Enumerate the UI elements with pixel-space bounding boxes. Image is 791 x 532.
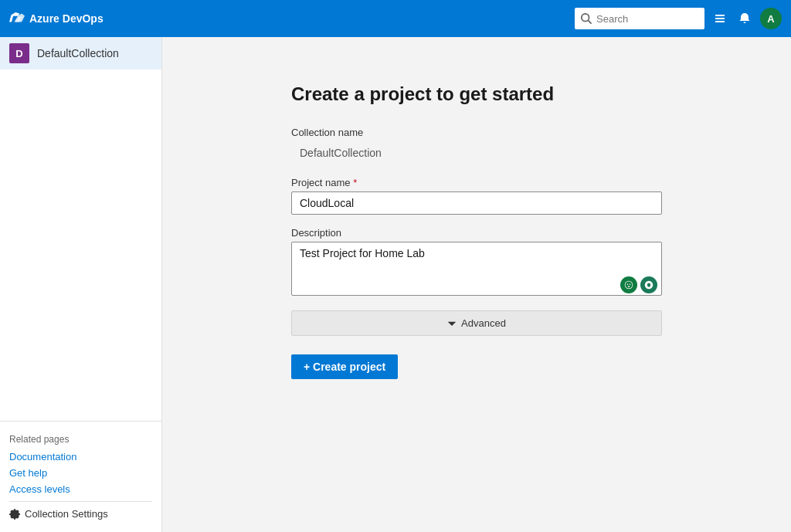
page-heading: Create a project to get started	[291, 83, 662, 105]
collection-name-label: Collection name	[291, 127, 662, 138]
app-header: Azure DevOps A	[0, 0, 791, 37]
description-textarea[interactable]: Test Project for Home Lab	[291, 242, 662, 296]
description-label: Description	[291, 227, 662, 239]
notifications-button[interactable]	[735, 9, 754, 28]
at-icon	[644, 280, 654, 290]
emoji-icon-1[interactable]	[620, 276, 637, 293]
sidebar-bottom: Related pages Documentation Get help Acc…	[0, 421, 161, 532]
advanced-label: Advanced	[461, 317, 506, 329]
main-content: Create a project to get started Collecti…	[162, 37, 791, 532]
collection-settings-item[interactable]: Collection Settings	[9, 501, 152, 520]
chevron-down-icon	[447, 319, 457, 328]
smiley-icon	[624, 280, 633, 290]
search-input[interactable]	[596, 13, 698, 25]
user-avatar[interactable]: A	[760, 8, 782, 29]
textarea-icons	[620, 276, 657, 293]
emoji-icon-2[interactable]	[640, 276, 657, 293]
collection-settings-label: Collection Settings	[25, 508, 108, 520]
create-project-button[interactable]: + Create project	[291, 354, 398, 379]
create-project-form: Create a project to get started Collecti…	[291, 83, 662, 379]
access-levels-link[interactable]: Access levels	[9, 483, 152, 495]
collection-name-group: Collection name DefaultCollection	[291, 127, 662, 164]
description-group: Description Test Project for Home Lab	[291, 227, 662, 298]
collection-name-readonly: DefaultCollection	[291, 141, 662, 164]
advanced-bar[interactable]: Advanced	[291, 310, 662, 336]
gear-icon	[9, 509, 20, 520]
bell-icon	[738, 12, 751, 25]
azure-devops-logo-icon	[9, 11, 25, 26]
collection-label: DefaultCollection	[37, 47, 119, 59]
documentation-link[interactable]: Documentation	[9, 451, 152, 463]
app-logo[interactable]: Azure DevOps	[9, 11, 104, 26]
related-pages-label: Related pages	[9, 434, 152, 445]
project-name-input[interactable]	[291, 191, 662, 215]
description-wrapper: Test Project for Home Lab	[291, 242, 662, 298]
search-icon	[581, 13, 592, 24]
project-name-label: Project name *	[291, 177, 662, 188]
project-name-group: Project name *	[291, 177, 662, 215]
sidebar: D DefaultCollection Related pages Docume…	[0, 37, 162, 532]
search-bar[interactable]	[575, 8, 704, 29]
required-indicator: *	[353, 177, 357, 188]
sidebar-item-collection[interactable]: D DefaultCollection	[0, 37, 161, 69]
get-help-link[interactable]: Get help	[9, 467, 152, 479]
list-icon-button[interactable]	[711, 9, 729, 28]
app-name-label: Azure DevOps	[29, 12, 104, 25]
list-icon	[714, 12, 726, 25]
collection-avatar: D	[9, 43, 29, 63]
